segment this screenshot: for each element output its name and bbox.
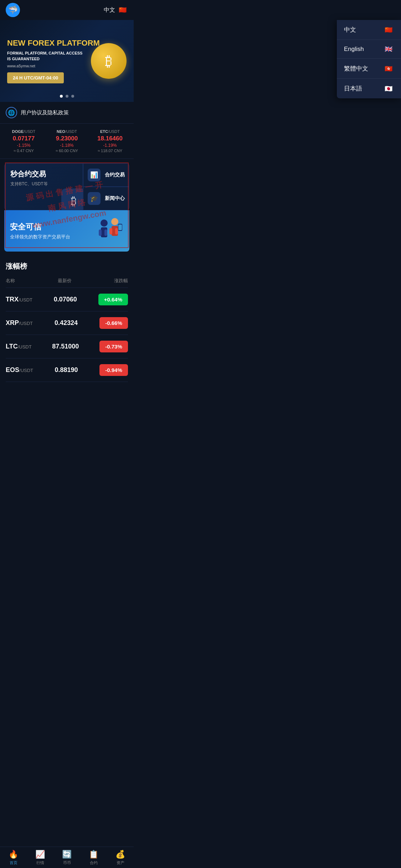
rank-ltc-badge: -0.73% (99, 341, 128, 352)
btc-large-icon: ₿ (61, 188, 83, 210)
ticker-neo-value: 9.23000 (46, 135, 88, 142)
svg-rect-7 (115, 228, 118, 234)
rank-trx-bold: TRX (6, 296, 19, 303)
ticker-etc-value: 18.16460 (89, 135, 131, 142)
logo: 🦈 (6, 3, 20, 17)
rank-eos-name: EOS/USDT (6, 366, 33, 374)
ticker-doge[interactable]: DOGE/USDT 0.07177 -1.15% ≈ 0.47 CNY (3, 129, 45, 153)
rank-row-trx[interactable]: TRX/USDT 0.07060 +0.64% (6, 288, 128, 311)
feature-contract-title: 秒合约交易 (10, 169, 77, 179)
ticker-doge-value: 0.07177 (3, 135, 45, 142)
rankings-section: 涨幅榜 名称 最新价 涨跌幅 TRX/USDT 0.07060 +0.64% X… (0, 256, 134, 382)
ticker-etc-change: -1.19% (89, 143, 131, 148)
feature-section: 秒合约交易 支持BTC、USDT等 ₿ 📊 合约交易 🎓 新闻中心 (0, 159, 134, 210)
rank-ltc-pair: /USDT (18, 344, 32, 350)
current-language-label: 中文 (104, 6, 115, 14)
svg-rect-6 (109, 228, 112, 234)
ticker-neo-cny: ≈ 60.00 CNY (46, 149, 88, 153)
feature-contract-trade[interactable]: 📊 合约交易 (83, 163, 129, 187)
current-flag-icon: 🇨🇳 (117, 6, 128, 14)
ticker-neo[interactable]: NEO/USDT 9.23000 -1.18% ≈ 60.00 CNY (46, 129, 88, 153)
policy-icon: 🌐 (6, 107, 17, 118)
rank-eos-bold: EOS (6, 366, 19, 373)
feature-contract-sub: 支持BTC、USDT等 (10, 181, 77, 187)
banner: NEW FOREX PLATFORM FORMAL PLATFORM, CAPI… (0, 20, 134, 102)
dot-3[interactable] (71, 95, 74, 98)
ticker-neo-pair: NEO/USDT (46, 129, 88, 134)
svg-point-4 (111, 218, 118, 225)
ticker-doge-pair: DOGE/USDT (3, 129, 45, 134)
rank-xrp-price: 0.42324 (33, 319, 99, 327)
svg-point-0 (101, 219, 108, 227)
policy-bar[interactable]: 🌐 用户协议及隐私政策 (0, 102, 134, 124)
col-change-header: 涨跌幅 (114, 278, 128, 284)
rank-row-ltc[interactable]: LTC/USDT 87.51000 -0.73% (6, 335, 128, 358)
ticker-doge-change: -1.15% (3, 143, 45, 148)
rank-row-xrp[interactable]: XRP/USDT 0.42324 -0.66% (6, 311, 128, 335)
promo-sub: 全球领先的数字资产交易平台 (10, 234, 70, 240)
rank-trx-pair: /USDT (19, 297, 32, 303)
feature-contract-left[interactable]: 秒合约交易 支持BTC、USDT等 ₿ (4, 163, 83, 210)
rank-xrp-name: XRP/USDT (6, 319, 33, 327)
banner-title: NEW FOREX PLATFORM (7, 38, 127, 48)
rank-trx-badge: +0.64% (98, 294, 128, 305)
rank-trx-name: TRX/USDT (6, 296, 32, 303)
ticker-doge-cny: ≈ 0.47 CNY (3, 149, 45, 153)
rank-eos-pair: /USDT (19, 368, 33, 373)
logo-icon: 🦈 (8, 5, 18, 15)
rank-trx-price: 0.07060 (32, 296, 98, 303)
svg-rect-9 (118, 224, 122, 230)
mid-section: 秒合约交易 支持BTC、USDT等 ₿ 📊 合约交易 🎓 新闻中心 安全可信 全… (0, 159, 134, 252)
rankings-header: 名称 最新价 涨跌幅 (6, 275, 128, 288)
banner-subtitle: FORMAL PLATFORM, CAPITAL ACCESSIS GUARAN… (7, 51, 127, 62)
promo-title: 安全可信 (10, 222, 70, 232)
col-price-header: 最新价 (58, 278, 72, 284)
price-ticker: DOGE/USDT 0.07177 -1.15% ≈ 0.47 CNY NEO/… (0, 124, 134, 159)
news-center-label: 新闻中心 (105, 195, 125, 202)
rankings-title: 涨幅榜 (6, 262, 128, 271)
rank-ltc-name: LTC/USDT (6, 343, 32, 350)
rank-xrp-bold: XRP (6, 319, 19, 326)
rank-row-eos[interactable]: EOS/USDT 0.88190 -0.94% (6, 358, 128, 382)
banner-url: www.a5ymw.net (7, 64, 127, 68)
feature-right-panel: 📊 合约交易 🎓 新闻中心 (83, 163, 129, 210)
svg-rect-2 (99, 229, 102, 236)
ticker-etc-cny: ≈ 118.07 CNY (89, 149, 131, 153)
rank-xrp-pair: /USDT (19, 321, 33, 326)
contract-trade-label: 合约交易 (105, 172, 125, 178)
ticker-etc[interactable]: ETC/USDT 18.16460 -1.19% ≈ 118.07 CNY (89, 129, 131, 153)
promo-banner: 安全可信 全球领先的数字资产交易平台 (4, 210, 129, 252)
col-name-header: 名称 (6, 278, 15, 284)
dot-2[interactable] (66, 95, 68, 98)
rank-ltc-price: 87.51000 (32, 343, 99, 350)
rank-eos-badge: -0.94% (99, 364, 128, 376)
rank-eos-price: 0.88190 (33, 366, 99, 374)
rank-xrp-badge: -0.66% (99, 317, 128, 329)
policy-text: 用户协议及隐私政策 (21, 109, 69, 116)
banner-content: NEW FOREX PLATFORM FORMAL PLATFORM, CAPI… (7, 38, 127, 83)
banner-dots (60, 95, 74, 98)
ticker-etc-pair: ETC/USDT (89, 129, 131, 134)
news-center-icon: 🎓 (88, 192, 101, 205)
contract-trade-icon: 📊 (88, 169, 101, 181)
promo-text: 安全可信 全球领先的数字资产交易平台 (10, 222, 70, 240)
feature-news-center[interactable]: 🎓 新闻中心 (83, 187, 129, 210)
header: 🦈 中文 🇨🇳 (0, 0, 134, 20)
language-button[interactable]: 中文 🇨🇳 (104, 6, 128, 14)
svg-rect-3 (104, 229, 107, 236)
banner-cta-button[interactable]: 24 H UTC/GMT-04:00 (7, 72, 64, 83)
ticker-neo-change: -1.18% (46, 143, 88, 148)
rank-ltc-bold: LTC (6, 343, 18, 350)
promo-illustration (95, 217, 124, 245)
dot-1[interactable] (60, 95, 63, 98)
promo-svg-icon (95, 217, 124, 245)
